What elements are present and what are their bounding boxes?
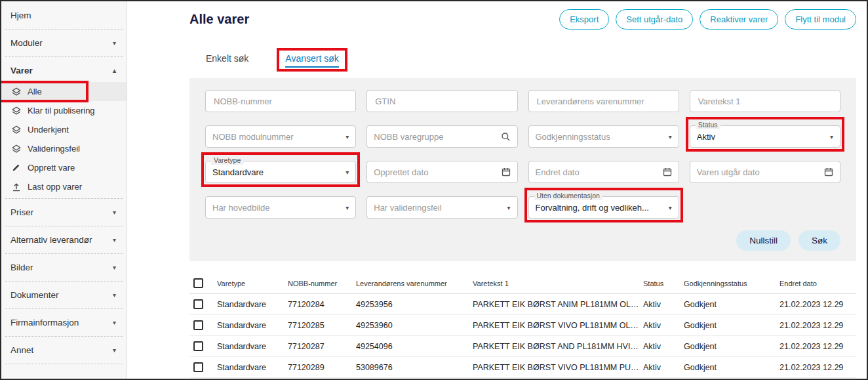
gtin-input[interactable]	[374, 96, 510, 107]
sett-utgar-dato-button[interactable]: Sett utgår-dato	[616, 9, 693, 30]
sidebar-item-label: Opprett vare	[28, 163, 75, 173]
sidebar-item-label: Klar til publisering	[28, 106, 95, 116]
sidebar-item-klar-til-publisering[interactable]: Klar til publisering	[1, 101, 127, 120]
chevron-down-icon: ▾	[113, 236, 116, 243]
flytt-til-modul-button[interactable]: Flytt til modul	[785, 9, 856, 30]
eksport-button[interactable]: Eksport	[559, 9, 609, 30]
select-all-checkbox[interactable]	[193, 278, 203, 288]
layers-icon	[11, 125, 21, 135]
panel-actions: Nullstill Søk	[205, 230, 840, 251]
endret-dato-field[interactable]: Endret dato	[528, 161, 679, 183]
divider	[5, 198, 123, 199]
reaktiver-varer-button[interactable]: Reaktiver varer	[700, 9, 778, 30]
main-content: Eksport Sett utgår-dato Reaktiver varer …	[127, 1, 867, 379]
varen-utgar-dato-field[interactable]: Varen utgår dato	[690, 161, 840, 183]
calendar-icon	[502, 167, 511, 177]
varetype-filter[interactable]: Varetype Standardvare ▾	[205, 161, 356, 183]
sidebar-item-label: Moduler	[10, 38, 43, 48]
sidebar-item-alternativ-leverandor[interactable]: Alternativ leverandør ▾	[1, 228, 127, 251]
header-actions: Eksport Sett utgår-dato Reaktiver varer …	[559, 9, 856, 30]
sidebar-item-label: Firmainformasjon	[10, 318, 79, 327]
nobb-nummer-field[interactable]	[205, 90, 356, 112]
column-header: Varetekst 1	[473, 274, 643, 293]
app-window: Hjem Moduler ▾ Varer ▴ Alle Klar til pub…	[0, 0, 868, 380]
row-checkbox[interactable]	[193, 299, 203, 309]
sidebar-item-valideringsfeil[interactable]: Valideringsfeil	[1, 139, 127, 158]
sidebar-item-moduler[interactable]: Moduler ▾	[1, 32, 127, 54]
opprettet-dato-field[interactable]: Opprettet dato	[366, 161, 517, 183]
search-icon	[501, 132, 511, 142]
column-header: Endret dato	[779, 274, 856, 293]
sidebar-item-dokumenter[interactable]: Dokumenter ▾	[1, 284, 127, 306]
tab-avansert-sok[interactable]: Avansert søk	[285, 53, 338, 68]
nullstill-button[interactable]: Nullstill	[736, 230, 791, 251]
status-badge: Aktiv	[643, 316, 684, 335]
sidebar-item-varer[interactable]: Varer ▴	[1, 59, 127, 82]
divider	[5, 253, 123, 254]
chevron-down-icon: ▾	[669, 133, 672, 140]
chevron-down-icon: ▾	[113, 319, 116, 326]
divider	[5, 29, 123, 30]
divider	[5, 308, 123, 309]
row-checkbox[interactable]	[193, 341, 203, 351]
divider	[5, 226, 123, 226]
results-table: Varetype NOBB-nummer Leverandørens varen…	[189, 273, 856, 378]
chevron-down-icon: ▾	[345, 169, 349, 176]
chevron-down-icon: ▾	[113, 209, 116, 216]
chevron-down-icon: ▾	[830, 133, 833, 140]
row-checkbox[interactable]	[193, 320, 203, 330]
table-row[interactable]: Standardvare 77120284 49253956 PARKETT E…	[189, 294, 856, 315]
chevron-down-icon: ▾	[345, 133, 349, 140]
uten-dokumentasjon-filter[interactable]: Uten dokumentasjon Forvaltning, drift og…	[528, 196, 679, 219]
sidebar-item-annet[interactable]: Annet ▾	[1, 339, 127, 362]
sidebar-item-alle[interactable]: Alle	[1, 82, 127, 101]
sidebar-item-hjem[interactable]: Hjem	[1, 4, 127, 27]
har-hovedbilde-filter[interactable]: Har hovedbilde ▾	[205, 196, 356, 219]
divider	[5, 336, 123, 337]
sidebar-item-priser[interactable]: Priser ▾	[1, 201, 127, 224]
table-row[interactable]: Standardvare 77120289 53089676 PARKETT E…	[189, 357, 856, 378]
column-header: Leverandørens varenummer	[356, 274, 473, 293]
field-label: Varetype	[211, 157, 243, 165]
pencil-icon	[11, 163, 21, 172]
chevron-down-icon: ▾	[507, 204, 510, 211]
gtin-field[interactable]	[366, 90, 517, 112]
godkjenningsstatus-filter[interactable]: Godkjenningsstatus ▾	[528, 125, 679, 148]
sidebar-item-label: Alle	[28, 87, 42, 96]
chevron-down-icon: ▾	[113, 347, 116, 354]
varetekst-1-field[interactable]	[690, 90, 840, 112]
table-header-row: Varetype NOBB-nummer Leverandørens varen…	[189, 273, 856, 294]
column-header: Varetype	[217, 274, 288, 293]
layers-icon	[11, 87, 21, 96]
leverandorens-varenummer-field[interactable]	[528, 90, 679, 112]
sidebar-item-underkjent[interactable]: Underkjent	[1, 120, 127, 139]
leverandorens-varenummer-input[interactable]	[536, 96, 672, 107]
sidebar-item-label: Varer	[10, 66, 33, 75]
sidebar-item-bilder[interactable]: Bilder ▾	[1, 256, 127, 279]
status-filter[interactable]: Status Aktiv ▾	[690, 125, 840, 148]
nobb-varegruppe-filter[interactable]: NOBB varegruppe	[366, 125, 517, 148]
table-row[interactable]: Standardvare 77120287 49254096 PARKETT E…	[189, 336, 856, 357]
chevron-down-icon: ▾	[113, 264, 116, 271]
sidebar-item-label: Annet	[10, 345, 33, 355]
column-header: Godkjenningsstatus	[684, 274, 779, 293]
divider	[5, 56, 123, 57]
table-row[interactable]: Standardvare 77120285 49253960 PARKETT E…	[189, 315, 856, 336]
chevron-down-icon: ▾	[113, 39, 116, 47]
calendar-icon	[663, 167, 672, 177]
layers-icon	[11, 106, 21, 116]
har-valideringsfeil-filter[interactable]: Har valideringsfeil ▾	[366, 196, 517, 219]
sidebar-item-last-opp-varer[interactable]: Last opp varer	[1, 177, 127, 196]
tab-enkelt-sok[interactable]: Enkelt søk	[206, 53, 248, 68]
sidebar-item-firmainformasjon[interactable]: Firmainformasjon ▾	[1, 311, 127, 334]
nobb-modulnummer-filter[interactable]: NOBB modulnummer ▾	[205, 125, 356, 148]
sidebar-item-opprett-vare[interactable]: Opprett vare	[1, 158, 127, 177]
nobb-nummer-input[interactable]	[212, 96, 349, 107]
sidebar-item-label: Hjem	[10, 11, 31, 20]
row-checkbox[interactable]	[193, 362, 203, 372]
varetekst-1-input[interactable]	[697, 96, 833, 107]
divider	[5, 364, 123, 364]
sok-button[interactable]: Søk	[799, 230, 840, 251]
column-header: NOBB-nummer	[288, 274, 356, 293]
filter-grid: NOBB modulnummer ▾ NOBB varegruppe Godkj…	[205, 90, 840, 219]
